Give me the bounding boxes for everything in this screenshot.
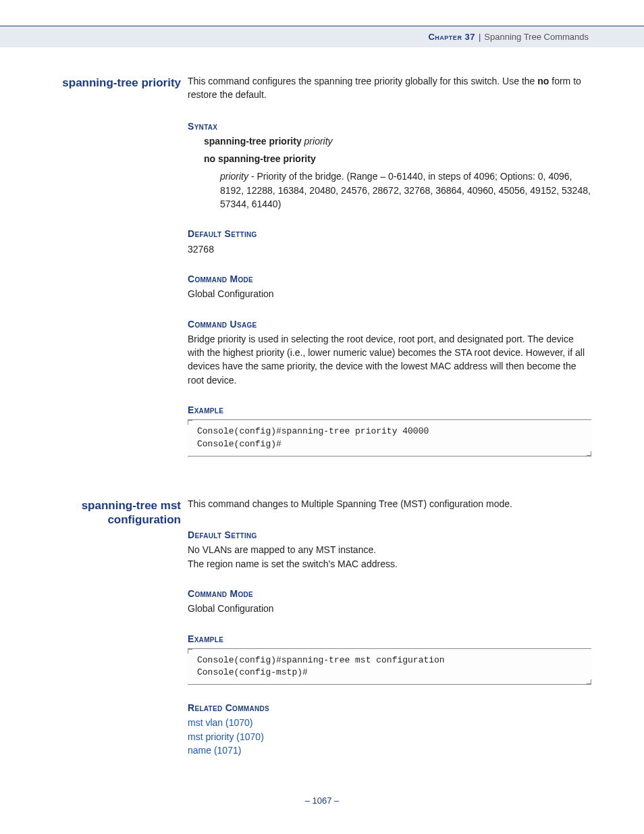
command-name: spanning-tree priority — [53, 74, 188, 473]
command-intro: This command configures the spanning tre… — [188, 74, 591, 102]
block-heading: Related Commands — [188, 701, 591, 714]
section-block: Related Commandsmst vlan (1070)mst prior… — [188, 701, 591, 757]
command-body: This command changes to Multiple Spannin… — [188, 497, 591, 774]
block-text: Global Configuration — [188, 287, 591, 301]
related-command-link[interactable]: name (1071) — [188, 744, 591, 757]
page-header: Chapter 37 | Spanning Tree Commands — [0, 26, 644, 47]
block-text: No VLANs are mapped to any MST instance.… — [188, 543, 591, 571]
chapter-label: Chapter 37 — [428, 32, 475, 42]
code-example: Console(config)#spanning-tree mst config… — [188, 648, 591, 685]
related-command-link[interactable]: mst priority (1070) — [188, 730, 591, 744]
page-content: spanning-tree priorityThis command confi… — [53, 74, 591, 798]
related-command-link[interactable]: mst vlan (1070) — [188, 716, 591, 729]
command-section: spanning-tree mst configurationThis comm… — [53, 497, 591, 774]
section-block: Command UsageBridge priority is used in … — [188, 317, 591, 387]
block-heading: Example — [188, 403, 591, 417]
section-block: Default SettingNo VLANs are mapped to an… — [188, 528, 591, 571]
page-number: – 1067 – — [0, 796, 644, 806]
block-heading: Example — [188, 632, 591, 646]
block-heading: Default Setting — [188, 528, 591, 542]
syntax-line: no spanning-tree priority — [188, 152, 591, 165]
command-name: spanning-tree mst configuration — [53, 497, 188, 774]
block-text: Global Configuration — [188, 602, 591, 615]
block-heading: Command Usage — [188, 317, 591, 331]
block-heading: Command Mode — [188, 272, 591, 286]
command-intro: This command changes to Multiple Spannin… — [188, 497, 591, 511]
section-block: Command ModeGlobal Configuration — [188, 587, 591, 616]
parameter-description: priority - Priority of the bridge. (Rang… — [188, 170, 591, 211]
header-separator: | — [479, 32, 481, 42]
code-example: Console(config)#spanning-tree priority 4… — [188, 419, 591, 456]
block-heading: Syntax — [188, 120, 591, 133]
command-body: This command configures the spanning tre… — [188, 74, 591, 473]
block-text: 32768 — [188, 242, 591, 256]
section-block: ExampleConsole(config)#spanning-tree pri… — [188, 403, 591, 457]
section-block: Syntaxspanning-tree priority priorityno … — [188, 120, 591, 211]
block-heading: Default Setting — [188, 227, 591, 240]
section-block: Command ModeGlobal Configuration — [188, 272, 591, 301]
section-block: ExampleConsole(config)#spanning-tree mst… — [188, 632, 591, 685]
section-block: Default Setting32768 — [188, 227, 591, 256]
syntax-line: spanning-tree priority priority — [188, 134, 591, 148]
block-text: Bridge priority is used in selecting the… — [188, 332, 591, 387]
command-section: spanning-tree priorityThis command confi… — [53, 74, 591, 473]
header-title: Spanning Tree Commands — [484, 32, 589, 42]
block-heading: Command Mode — [188, 587, 591, 600]
